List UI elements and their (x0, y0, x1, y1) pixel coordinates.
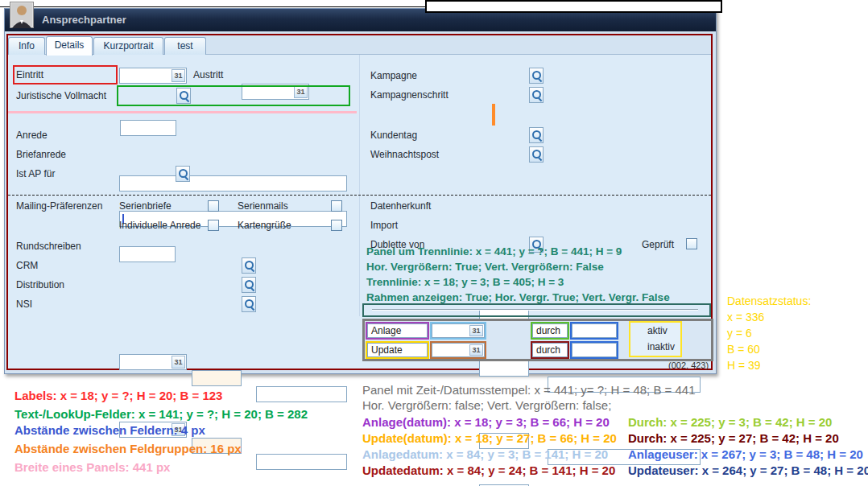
nsi-label: NSI (16, 296, 32, 312)
search-icon (242, 297, 255, 311)
trennlinie-separator (372, 309, 698, 311)
anlagedatum-highlight-box: 31 (430, 322, 486, 340)
annotation-trennlinie-2: Hor. Vergrößern: True; Vert. Vergrößern:… (366, 261, 604, 273)
anrede-field[interactable] (119, 175, 347, 192)
durch2-highlight-box: durch (531, 341, 569, 359)
update-label-highlight-box: Update (366, 341, 429, 359)
dashed-separator (8, 195, 711, 196)
briefanrede-label: Briefanrede (16, 146, 66, 163)
mailing-praeferenzen-label: Mailing-Präferenzen (16, 198, 102, 214)
distribution-text-field[interactable] (256, 454, 347, 470)
annotation-datensatzstatus-title: Datensatzstatus: (727, 294, 811, 307)
ist-ap-fuer-lookup-button[interactable] (176, 166, 190, 182)
crm-lookup-button[interactable] (242, 257, 256, 274)
annotation-trennlinie-3: Trennlinie: x = 18; y = 3; B = 405; H = … (366, 276, 564, 288)
ist-ap-fuer-field[interactable] (119, 246, 176, 262)
search-icon (530, 68, 543, 83)
kampagnenschritt-lookup-field[interactable] (479, 360, 529, 377)
search-icon (530, 88, 543, 102)
annotation-stamp-panel-1: Panel mit Zeit-/Datumsstempel: x = 441; … (362, 383, 696, 397)
calendar-icon[interactable]: 31 (469, 325, 483, 336)
annotation-updatedatum: Updatedatum: x = 84; y = 24; B = 141; H … (362, 463, 615, 477)
anrede-label: Anrede (16, 127, 48, 143)
aktiv-label: aktiv (647, 323, 668, 339)
crm-label: CRM (16, 257, 38, 274)
kundentag-lookup-button[interactable] (529, 127, 544, 143)
individuelle-anrede-label: Individuelle Anrede (119, 217, 200, 233)
kampagne-lookup-button[interactable] (529, 68, 544, 84)
crm-text-field[interactable] (256, 386, 347, 402)
group-separator-pink (8, 111, 357, 113)
tab-details[interactable]: Details (46, 36, 93, 56)
tab-info[interactable]: Info (8, 37, 45, 55)
search-icon (242, 258, 255, 273)
kampagnenschritt-label: Kampagnenschritt (370, 87, 448, 103)
crm-lookup-field[interactable] (192, 370, 242, 386)
geprueft-label: Geprüft (642, 237, 674, 253)
annotation-datensatzstatus-y: y = 6 (727, 327, 752, 340)
annotation-trennlinie-1: Panel um Trennlinie: x = 441; y = ?; B =… (366, 245, 622, 257)
tab-kurzportrait[interactable]: Kurzportrait (93, 37, 163, 55)
annotation-lookup-felder: Text-/LookUp-Felder: x = 141; y = ?; H =… (14, 407, 308, 421)
vollmacht-field-highlight-box (117, 85, 350, 106)
annotation-anlagedatum: Anlagedatum: x = 84; y = 3; B = 141; H =… (362, 447, 608, 461)
vollmacht-lookup-button[interactable] (176, 88, 191, 104)
anlagedatum-field[interactable]: 31 (432, 323, 485, 338)
top-right-frame (425, 0, 722, 13)
annotation-datensatzstatus-x: x = 336 (727, 311, 764, 323)
durch1-highlight-box: durch (531, 322, 569, 340)
annotation-stamp-panel-2: Hor. Vergrößern: false; Vert. Vergrößern… (362, 398, 611, 412)
anlageuser-field[interactable] (572, 323, 617, 338)
kampagne-label: Kampagne (370, 68, 417, 84)
updatedatum-highlight-box: 31 (430, 341, 486, 359)
annotation-labels: Labels: x = 18; y = ?; H = 20; B = 123 (14, 389, 222, 402)
crm-date-field[interactable]: 31 (119, 354, 187, 370)
kartengruesse-label: Kartengrüße (238, 217, 291, 233)
calendar-icon[interactable]: 31 (172, 69, 185, 82)
kundentag-label: Kundentag (370, 127, 417, 143)
distribution-label: Distribution (16, 277, 64, 293)
search-icon (530, 128, 543, 142)
kampagnenschritt-lookup-button[interactable] (529, 87, 544, 103)
durch-row1-label: durch (532, 323, 568, 338)
weihnachtspost-lookup-button[interactable] (529, 146, 544, 163)
search-icon (530, 147, 543, 162)
weihnachtspost-label: Weihnachtspost (370, 146, 439, 163)
serienmails-checkbox[interactable] (331, 200, 342, 212)
calendar-icon[interactable]: 31 (172, 356, 185, 369)
serienbriefe-label: Serienbriefe (119, 198, 172, 214)
distribution-lookup-button[interactable] (242, 277, 256, 293)
annotation-anlage-datum: Anlage(datum): x = 18; y = 3; B = 66; H … (362, 415, 610, 429)
annotation-anlageuser: Anlageuser: x = 267; y = 3; B = 48; H = … (628, 447, 863, 461)
annotation-trennlinie-4: Rahmen anzeigen: True; Hor. Vergr. True;… (366, 291, 670, 303)
annotation-abstand-feldgruppen: Abstände zwischen Feldgruppen: 16 px (14, 442, 242, 455)
anlageuser-highlight-box (570, 322, 618, 340)
juristische-vollmacht-label: Juristische Vollmacht (16, 88, 106, 104)
eintritt-label: Eintritt (16, 67, 43, 83)
anlage-label-highlight-box: Anlage (366, 322, 429, 340)
geprueft-checkbox[interactable] (686, 238, 697, 249)
updatedatum-field[interactable]: 31 (432, 343, 485, 357)
serienmails-label: Serienmails (238, 198, 288, 214)
ist-ap-fuer-label: Ist AP für (16, 166, 55, 182)
anlage-label: Anlage (367, 323, 428, 338)
eintritt-date-field[interactable]: 31 (119, 68, 187, 84)
calendar-icon[interactable]: 31 (469, 344, 483, 356)
vollmacht-lookup-field[interactable] (120, 120, 176, 136)
inaktiv-label: inaktiv (647, 339, 675, 355)
serienbriefe-checkbox[interactable] (208, 200, 219, 212)
tab-test[interactable]: test (164, 37, 206, 55)
trennlinie-panel-highlight (362, 303, 711, 317)
search-icon (242, 278, 255, 292)
search-icon (176, 167, 189, 181)
annotation-datensatzstatus-h: H = 39 (727, 359, 761, 372)
kartengruesse-checkbox[interactable] (331, 220, 342, 231)
annotation-durch-1: Durch: x = 225; y = 3; B = 42; H = 20 (628, 415, 832, 429)
nsi-lookup-button[interactable] (242, 296, 256, 312)
annotation-durch-2: Durch: x = 225; y = 27; B = 42; H = 20 (628, 431, 839, 445)
annotation-datensatzstatus-b: B = 60 (727, 343, 760, 356)
durch-row2-label: durch (532, 343, 568, 357)
individuelle-anrede-checkbox[interactable] (208, 220, 219, 231)
updateuser-field[interactable] (572, 343, 617, 357)
coordinates-readout: (002, 423) (668, 360, 709, 370)
